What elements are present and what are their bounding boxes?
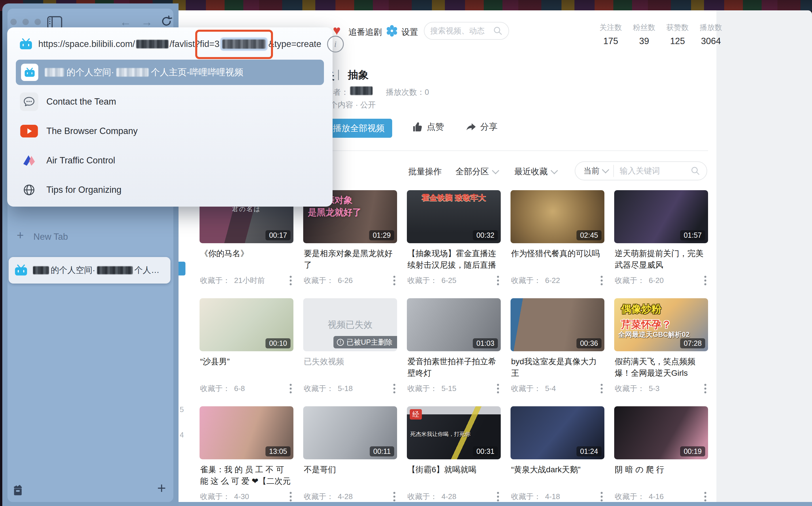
video-title[interactable]: 不是哥们	[304, 464, 397, 487]
reload-button[interactable]	[160, 15, 173, 29]
redacted-uid	[136, 40, 169, 49]
more-options-kebab-icon[interactable]	[496, 275, 500, 286]
video-thumbnail[interactable]: 00:11	[303, 406, 397, 459]
video-card[interactable]: 00:19阴 暗 の 爬 行收藏于：4-16	[614, 406, 708, 506]
batch-actions-button[interactable]: 批量操作	[408, 166, 442, 177]
category-dropdown[interactable]: 全部分区	[455, 166, 498, 177]
video-thumbnail[interactable]: 霍金铁脑 致敬牢大00:32	[407, 190, 501, 243]
suggestion-item[interactable]: The Browser Company	[16, 118, 327, 144]
video-card[interactable]: 00:36byd我这室友是真像大力王收藏于：5-4	[511, 298, 604, 406]
suggestion-item[interactable]: Contact the Team	[16, 88, 327, 115]
video-title[interactable]: 【抽象现场】霍金直播连续射击汉尼拔，随后直播间被封	[407, 248, 500, 271]
search-scope-dropdown[interactable]: 当前	[575, 165, 608, 176]
duration-badge: 13:05	[266, 446, 291, 456]
url-bar[interactable]: https://space.bilibili.com/ /favlist? fi…	[7, 27, 332, 61]
stat-粉丝数[interactable]: 粉丝数39	[633, 22, 655, 47]
video-card[interactable]: 13:05雀巢：我 的 员 工 不 可 能 这 么 可 爱 ❤【二次元爆改收藏于…	[200, 406, 293, 506]
more-options-kebab-icon[interactable]	[392, 275, 397, 286]
video-thumbnail[interactable]: 01:57	[614, 190, 708, 243]
video-card[interactable]: 02:45作为怪猎代餐真的可以吗收藏于：6-22	[511, 190, 604, 298]
fav-date: 6-20	[649, 276, 664, 285]
url-text[interactable]: https://space.bilibili.com/ /favlist? fi…	[38, 39, 321, 49]
video-title[interactable]: 作为怪猎代餐真的可以吗	[511, 248, 604, 271]
video-thumbnail[interactable]: 00:10	[200, 298, 293, 351]
suggestion-item[interactable]: Air Traffic Control	[16, 147, 327, 174]
new-tab-label[interactable]: New Tab	[33, 232, 68, 242]
video-thumbnail[interactable]: 02:45	[511, 190, 604, 243]
window-close-button[interactable]	[10, 19, 17, 25]
more-options-kebab-icon[interactable]	[600, 275, 604, 286]
more-options-kebab-icon[interactable]	[703, 383, 707, 395]
video-title[interactable]: 《你的马名》	[200, 248, 293, 271]
video-title[interactable]: 阴 暗 の 爬 行	[615, 464, 707, 487]
more-options-kebab-icon[interactable]	[600, 491, 604, 503]
video-title[interactable]: 爱音拍素世拍祥子拍立希壁咚灯	[407, 356, 500, 379]
video-card[interactable]: 偶像炒粉芹菜怀孕？全网最逆天GBC解析0207:28假药满天飞，笑点频频爆！全网…	[614, 298, 708, 406]
air-traffic-icon	[20, 151, 38, 170]
like-button[interactable]: 点赞	[412, 121, 444, 133]
more-options-kebab-icon[interactable]	[703, 275, 707, 286]
play-all-button[interactable]: 播放全部视频	[325, 119, 392, 138]
window-minimize-button[interactable]	[22, 19, 29, 25]
video-title[interactable]: 逆天萌新提前关门，完美武器尽显威风	[615, 248, 707, 271]
video-title[interactable]: “黄泉大战dark天鹅”	[511, 464, 604, 487]
nav-settings[interactable]: 设置	[401, 26, 418, 38]
video-title[interactable]: 要是相亲对象是黑龙就好了	[304, 248, 397, 271]
video-card[interactable]: 00:11不是哥们收藏于：4-28	[303, 406, 397, 506]
fav-date-label: 收藏于：	[615, 492, 645, 502]
stat-播放数[interactable]: 播放数3064	[700, 22, 722, 47]
video-title[interactable]: 雀巢：我 的 员 工 不 可 能 这 么 可 爱 ❤【二次元爆改	[200, 464, 293, 487]
video-title[interactable]: 已失效视频	[304, 356, 397, 379]
back-button[interactable]: ←	[120, 16, 131, 28]
video-thumbnail[interactable]: 00:19	[614, 406, 708, 459]
more-options-kebab-icon[interactable]	[392, 383, 397, 395]
divider	[613, 165, 614, 177]
video-thumbnail[interactable]: 00:36	[511, 298, 604, 351]
more-options-kebab-icon[interactable]	[600, 383, 604, 395]
more-options-kebab-icon[interactable]	[496, 383, 500, 395]
video-card[interactable]: 01:03爱音拍素世拍祥子拍立希壁咚灯收藏于：5-15	[407, 298, 501, 406]
video-card[interactable]: 01:24“黄泉大战dark天鹅”收藏于：4-18	[511, 406, 604, 506]
stat-关注数[interactable]: 关注数175	[600, 22, 622, 47]
share-button[interactable]: 分享	[465, 121, 498, 133]
active-tab[interactable]: 的个人空间· 个人…	[9, 257, 171, 283]
video-thumbnail[interactable]: 01:24	[511, 406, 604, 459]
nav-bangumi[interactable]: 追番追剧	[348, 26, 382, 38]
video-thumbnail[interactable]: 偶像炒粉芹菜怀孕？全网最逆天GBC解析0207:28	[614, 298, 708, 351]
suggestion-label: Tips for Organizing	[46, 185, 121, 195]
archive-icon[interactable]	[11, 484, 24, 497]
more-options-kebab-icon[interactable]	[289, 491, 293, 503]
more-options-kebab-icon[interactable]	[703, 491, 707, 503]
video-card[interactable]: 01:57逆天萌新提前关门，完美武器尽显威风收藏于：6-20	[614, 190, 708, 298]
video-title[interactable]: byd我这室友是真像大力王	[511, 356, 604, 379]
suggestion-item-highlighted[interactable]: 的个人空间· 个人主页-哔哩哔哩视频	[16, 60, 324, 85]
video-thumbnail[interactable]: 视频已失效已被UP主删除	[303, 298, 397, 351]
video-card[interactable]: 经死杰米我让你喝，打死你00:31【街霸6】就喝就喝收藏于：4-28	[407, 406, 501, 506]
video-card[interactable]: 霍金铁脑 致敬牢大00:32【抽象现场】霍金直播连续射击汉尼拔，随后直播间被封收…	[407, 190, 501, 298]
info-icon[interactable]: i	[327, 36, 344, 53]
more-options-kebab-icon[interactable]	[289, 383, 293, 395]
more-options-kebab-icon[interactable]	[289, 275, 293, 286]
more-options-kebab-icon[interactable]	[392, 491, 397, 503]
more-options-kebab-icon[interactable]	[496, 491, 500, 503]
clipped-page-fragment	[179, 262, 185, 275]
video-thumbnail[interactable]: 13:05	[200, 406, 293, 459]
window-zoom-button[interactable]	[34, 19, 41, 25]
video-thumbnail[interactable]: 01:03	[407, 298, 501, 351]
video-thumbnail[interactable]: 经死杰米我让你喝，打死你00:31	[407, 406, 501, 459]
video-card[interactable]: 00:10“沙县男”收藏于：6-8	[200, 298, 293, 406]
video-title[interactable]: “沙县男”	[200, 356, 293, 379]
forward-button[interactable]: →	[141, 16, 153, 28]
site-search-input[interactable]: 搜索视频、动态	[424, 22, 509, 40]
sort-dropdown[interactable]: 最近收藏	[514, 166, 557, 177]
new-tab-plus-icon[interactable]: +	[17, 229, 24, 242]
keyword-search[interactable]: 当前 输入关键词	[575, 161, 707, 180]
video-title[interactable]: 【街霸6】就喝就喝	[407, 464, 500, 487]
add-icon[interactable]: +	[157, 481, 166, 496]
video-card[interactable]: 视频已失效已被UP主删除已失效视频收藏于：5-18	[303, 298, 397, 406]
stat-获赞数[interactable]: 获赞数125	[666, 22, 689, 47]
video-title[interactable]: 假药满天飞，笑点频频爆！全网最逆天Girls Band Cry解析	[615, 356, 707, 379]
suggestion-label: Contact the Team	[46, 96, 116, 107]
fav-date: 4-28	[441, 492, 456, 501]
suggestion-item[interactable]: Tips for Organizing	[16, 177, 327, 203]
